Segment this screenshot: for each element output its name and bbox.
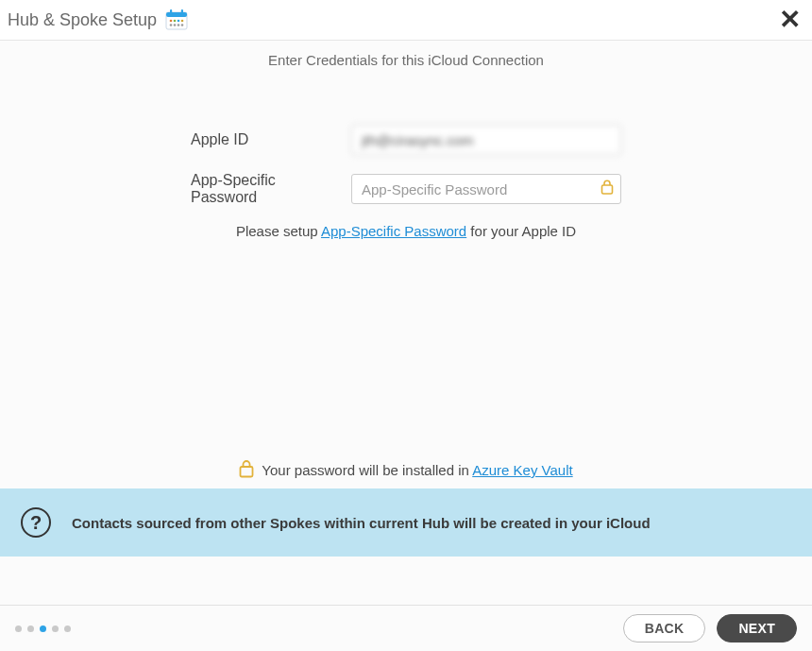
svg-point-4 <box>170 20 173 23</box>
lock-icon <box>239 459 254 481</box>
hub-spoke-setup-modal: Hub & Spoke Setup ✕ Enter Credentials fo… <box>0 0 812 651</box>
apple-id-row: Apple ID <box>191 125 621 155</box>
modal-title: Hub & Spoke Setup <box>8 10 157 30</box>
azure-key-vault-link[interactable]: Azure Key Vault <box>472 462 572 478</box>
modal-footer: BACK NEXT <box>0 606 812 651</box>
apple-id-input[interactable] <box>351 125 621 155</box>
apple-id-label: Apple ID <box>191 131 351 148</box>
info-banner: ? Contacts sourced from other Spokes wit… <box>0 488 812 557</box>
calendar-icon <box>164 8 189 32</box>
svg-point-10 <box>178 24 180 26</box>
svg-point-11 <box>181 24 184 26</box>
instruction-text: Enter Credentials for this iCloud Connec… <box>0 52 812 68</box>
lock-icon <box>601 180 614 198</box>
help-icon: ? <box>21 507 51 538</box>
svg-point-5 <box>174 20 177 23</box>
step-indicator <box>15 625 71 632</box>
svg-rect-2 <box>170 9 172 15</box>
vault-text: Your password will be installed in <box>262 462 472 478</box>
modal-header: Hub & Spoke Setup ✕ <box>0 0 812 41</box>
app-specific-help: Please setup App-Specific Password for y… <box>236 223 576 239</box>
help-prefix: Please setup <box>236 223 321 239</box>
svg-point-6 <box>178 20 180 23</box>
step-dot <box>64 625 71 632</box>
password-row: App-Specific Password <box>191 172 621 206</box>
step-dot <box>52 625 59 632</box>
info-banner-text: Contacts sourced from other Spokes withi… <box>72 515 651 531</box>
svg-rect-12 <box>602 185 613 194</box>
svg-rect-3 <box>181 9 183 15</box>
back-button[interactable]: BACK <box>623 614 706 642</box>
step-dot <box>40 625 46 632</box>
credentials-form: Apple ID App-Specific Password <box>0 125 812 239</box>
step-dot <box>15 625 22 632</box>
svg-point-8 <box>170 24 173 26</box>
key-vault-line: Your password will be installed in Azure… <box>0 459 812 481</box>
step-dot <box>27 625 34 632</box>
password-input[interactable] <box>351 174 621 204</box>
svg-point-9 <box>174 24 177 26</box>
app-specific-password-link[interactable]: App-Specific Password <box>321 223 466 239</box>
password-label: App-Specific Password <box>191 172 351 206</box>
svg-rect-13 <box>241 467 253 477</box>
help-suffix: for your Apple ID <box>466 223 576 239</box>
modal-body: Enter Credentials for this iCloud Connec… <box>0 41 812 651</box>
svg-point-7 <box>181 20 184 23</box>
svg-rect-1 <box>166 12 187 17</box>
next-button[interactable]: NEXT <box>717 614 797 642</box>
close-icon[interactable]: ✕ <box>779 7 801 33</box>
